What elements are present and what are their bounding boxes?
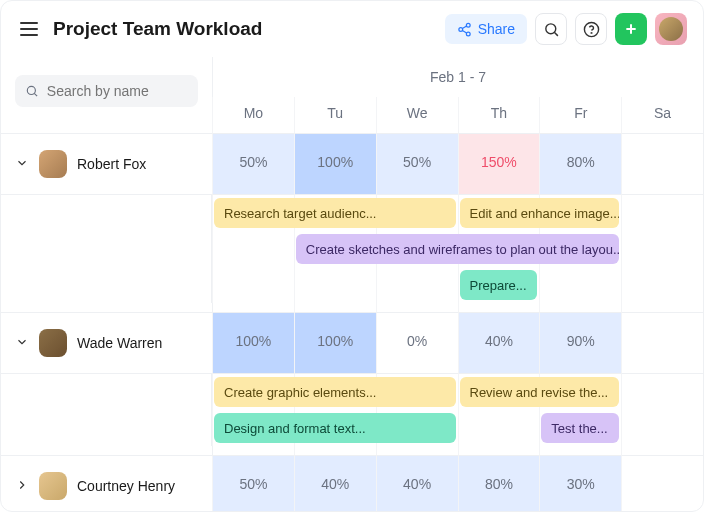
- chevron-down-icon[interactable]: [15, 156, 29, 173]
- day-header: Sa: [621, 97, 703, 134]
- help-icon: [583, 21, 600, 38]
- workload-cell: 30%: [539, 456, 621, 512]
- workload-cell: 80%: [458, 456, 540, 512]
- task-bar[interactable]: Prepare...: [460, 270, 538, 300]
- workload-cell: 80%: [539, 134, 621, 195]
- task-bar[interactable]: Research target audienc...: [214, 198, 456, 228]
- member-avatar: [39, 150, 67, 178]
- share-button[interactable]: Share: [445, 14, 527, 44]
- workload-cell: [621, 456, 703, 512]
- plus-icon: [623, 21, 639, 37]
- workload-cell: 100%: [294, 313, 376, 374]
- workload-cell: 40%: [376, 456, 458, 512]
- svg-point-8: [591, 32, 592, 33]
- search-button[interactable]: [535, 13, 567, 45]
- workload-cell: 0%: [376, 313, 458, 374]
- member-avatar: [39, 472, 67, 500]
- workload-cell: 150%: [458, 134, 540, 195]
- share-label: Share: [478, 21, 515, 37]
- search-input-wrapper[interactable]: [15, 75, 198, 107]
- member-name: Robert Fox: [77, 156, 146, 172]
- member-row: Robert Fox: [1, 134, 212, 195]
- task-bar[interactable]: Design and format text...: [214, 413, 456, 443]
- task-bar[interactable]: Test the...: [541, 413, 619, 443]
- svg-point-2: [466, 32, 470, 36]
- day-header: Fr: [539, 97, 621, 134]
- workload-cell: 90%: [539, 313, 621, 374]
- svg-point-0: [466, 23, 470, 27]
- day-header: Tu: [294, 97, 376, 134]
- day-header: We: [376, 97, 458, 134]
- chevron-down-icon[interactable]: [15, 335, 29, 352]
- workload-cell: 100%: [212, 313, 294, 374]
- day-header: Mo: [212, 97, 294, 134]
- search-icon: [543, 21, 560, 38]
- search-icon: [25, 83, 39, 99]
- task-bar[interactable]: Create sketches and wireframes to plan o…: [296, 234, 619, 264]
- page-title: Project Team Workload: [53, 18, 433, 40]
- task-row: Design and format text...Test the...: [1, 410, 703, 446]
- task-bar[interactable]: Edit and enhance image...: [460, 198, 620, 228]
- workload-cell: 50%: [212, 134, 294, 195]
- user-avatar[interactable]: [655, 13, 687, 45]
- member-row: Wade Warren: [1, 313, 212, 374]
- task-row: Create graphic elements...Review and rev…: [1, 374, 703, 410]
- date-range: Feb 1 - 7: [212, 57, 703, 97]
- chevron-right-icon[interactable]: [15, 478, 29, 495]
- workload-cell: 40%: [458, 313, 540, 374]
- day-header: Th: [458, 97, 540, 134]
- workload-cell: [621, 134, 703, 195]
- member-name: Wade Warren: [77, 335, 162, 351]
- workload-cell: 100%: [294, 134, 376, 195]
- svg-line-3: [462, 30, 466, 33]
- search-input[interactable]: [47, 83, 188, 99]
- task-row: Prepare...: [1, 267, 703, 303]
- workload-cell: 40%: [294, 456, 376, 512]
- help-button[interactable]: [575, 13, 607, 45]
- svg-line-12: [34, 93, 37, 96]
- svg-point-1: [459, 27, 463, 31]
- task-bar[interactable]: Create graphic elements...: [214, 377, 456, 407]
- task-row: Create sketches and wireframes to plan o…: [1, 231, 703, 267]
- task-bar[interactable]: Review and revise the...: [460, 377, 620, 407]
- workload-cell: 50%: [212, 456, 294, 512]
- svg-line-4: [462, 26, 466, 29]
- member-row: Courtney Henry: [1, 456, 212, 512]
- share-icon: [457, 22, 472, 37]
- workload-cell: 50%: [376, 134, 458, 195]
- menu-icon[interactable]: [17, 17, 41, 41]
- member-avatar: [39, 329, 67, 357]
- workload-cell: [621, 313, 703, 374]
- svg-line-6: [554, 32, 558, 36]
- task-row: Research target audienc...Edit and enhan…: [1, 195, 703, 231]
- svg-point-5: [545, 23, 555, 33]
- member-name: Courtney Henry: [77, 478, 175, 494]
- add-button[interactable]: [615, 13, 647, 45]
- svg-point-11: [27, 86, 35, 94]
